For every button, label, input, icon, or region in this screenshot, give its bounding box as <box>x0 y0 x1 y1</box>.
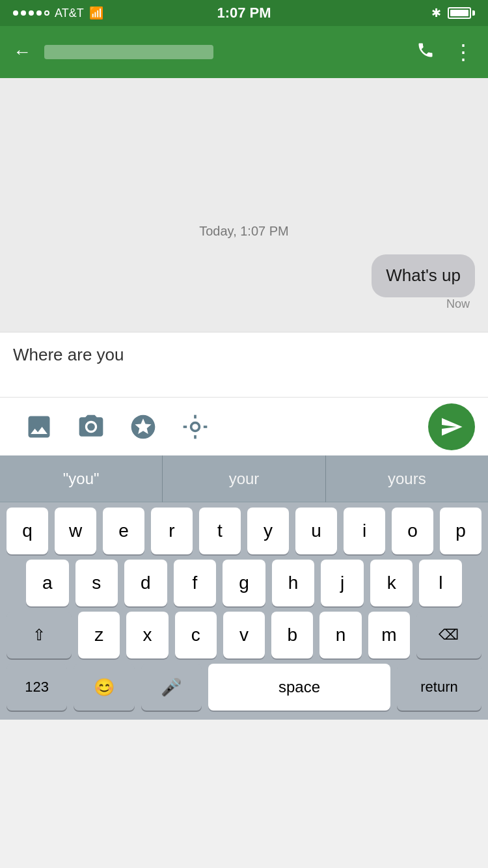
key-g[interactable]: g <box>223 560 265 606</box>
key-t[interactable]: t <box>199 508 241 554</box>
emoji-key[interactable]: 😊 <box>74 664 134 711</box>
space-key[interactable]: space <box>208 664 390 711</box>
signal-dot-3 <box>29 10 34 16</box>
return-key[interactable]: return <box>397 664 481 711</box>
message-time: Now <box>446 297 475 311</box>
message-input[interactable]: Where are you <box>13 344 475 366</box>
signal-dots <box>13 10 49 16</box>
key-row-2: a s d f g h j k l <box>0 554 488 606</box>
key-h[interactable]: h <box>272 560 315 606</box>
camera-button[interactable] <box>65 407 117 446</box>
key-row-3: ⇧ z x c v b n m ⌫ <box>0 606 488 658</box>
key-s[interactable]: s <box>75 560 118 606</box>
sticker-button[interactable] <box>117 407 169 446</box>
key-p[interactable]: p <box>440 508 481 554</box>
mic-key[interactable]: 🎤 <box>141 664 202 711</box>
key-f[interactable]: f <box>174 560 217 606</box>
battery-icon <box>448 7 475 19</box>
autocomplete-row: "you" your yours <box>0 455 488 502</box>
key-z[interactable]: z <box>78 612 120 658</box>
bluetooth-icon: ✱ <box>431 6 441 20</box>
message-bubble-sent: What's up <box>372 254 475 297</box>
key-v[interactable]: v <box>223 612 265 658</box>
key-r[interactable]: r <box>151 508 193 554</box>
key-b[interactable]: b <box>271 612 313 658</box>
key-c[interactable]: c <box>175 612 217 658</box>
status-time: 1:07 PM <box>217 5 271 21</box>
battery-body <box>448 7 471 19</box>
key-j[interactable]: j <box>321 560 364 606</box>
key-d[interactable]: d <box>124 560 167 606</box>
autocomplete-item-0[interactable]: "you" <box>0 455 163 502</box>
battery-tip <box>472 10 475 16</box>
status-right: ✱ <box>431 6 475 20</box>
key-u[interactable]: u <box>295 508 337 554</box>
status-left: AT&T 📶 <box>13 6 103 20</box>
message-row: What's up Now <box>13 254 475 314</box>
signal-dot-1 <box>13 10 18 16</box>
input-area[interactable]: Where are you <box>0 332 488 397</box>
key-y[interactable]: y <box>247 508 289 554</box>
key-w[interactable]: w <box>55 508 96 554</box>
autocomplete-item-1[interactable]: your <box>163 455 325 502</box>
send-button[interactable] <box>428 403 475 450</box>
toolbar <box>0 397 488 455</box>
delete-key[interactable]: ⌫ <box>416 612 481 658</box>
key-o[interactable]: o <box>392 508 433 554</box>
wifi-icon: 📶 <box>89 6 103 20</box>
header-actions: ⋮ <box>416 40 475 64</box>
numbers-key[interactable]: 123 <box>7 664 67 711</box>
status-bar: AT&T 📶 1:07 PM ✱ <box>0 0 488 26</box>
key-k[interactable]: k <box>370 560 413 606</box>
signal-dot-2 <box>21 10 26 16</box>
signal-dot-4 <box>36 10 42 16</box>
more-button[interactable]: ⋮ <box>453 40 475 64</box>
battery-fill <box>450 10 468 16</box>
key-m[interactable]: m <box>368 612 410 658</box>
app-header: ← ⋮ <box>0 26 488 78</box>
carrier-label: AT&T <box>55 7 84 20</box>
back-button[interactable]: ← <box>13 42 31 62</box>
keyboard: q w e r t y u i o p a s d f g h j k l ⇧ … <box>0 502 488 720</box>
image-button[interactable] <box>13 407 65 446</box>
svg-point-0 <box>191 422 200 431</box>
key-l[interactable]: l <box>419 560 462 606</box>
chat-timestamp: Today, 1:07 PM <box>13 224 475 239</box>
call-button[interactable] <box>416 41 435 64</box>
signal-dot-5 <box>44 10 49 16</box>
location-button[interactable] <box>169 407 221 446</box>
chat-area: Today, 1:07 PM What's up Now <box>0 78 488 332</box>
autocomplete-item-2[interactable]: yours <box>326 455 488 502</box>
key-n[interactable]: n <box>319 612 361 658</box>
key-q[interactable]: q <box>7 508 48 554</box>
key-row-4: 123 😊 🎤 space return <box>0 658 488 720</box>
shift-key[interactable]: ⇧ <box>7 612 72 658</box>
key-i[interactable]: i <box>344 508 385 554</box>
key-a[interactable]: a <box>26 560 69 606</box>
key-e[interactable]: e <box>103 508 144 554</box>
key-row-1: q w e r t y u i o p <box>0 502 488 554</box>
contact-name[interactable] <box>44 45 213 59</box>
key-x[interactable]: x <box>126 612 168 658</box>
